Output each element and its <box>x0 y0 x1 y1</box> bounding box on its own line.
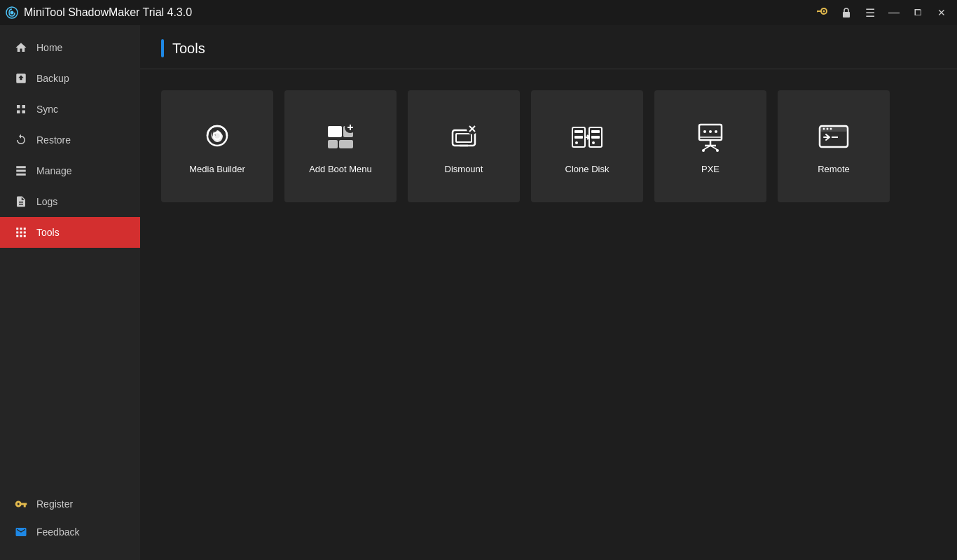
restore-button[interactable]: ⧠ <box>908 3 928 22</box>
minimize-button[interactable]: — <box>884 3 904 22</box>
clone-disk-icon <box>569 119 605 155</box>
content-area: Tools Media Builder <box>140 25 957 560</box>
add-boot-menu-icon <box>322 119 359 155</box>
svg-point-21 <box>575 141 578 144</box>
sidebar-item-manage[interactable]: Manage <box>0 155 140 186</box>
svg-point-33 <box>716 149 719 152</box>
restore-icon <box>14 133 28 147</box>
tool-card-remote[interactable]: Remote <box>778 90 890 202</box>
tool-card-dismount[interactable]: Dismount <box>408 90 520 202</box>
register-icon <box>14 497 28 511</box>
pxe-icon <box>692 119 729 155</box>
sidebar-item-logs[interactable]: Logs <box>0 186 140 217</box>
tool-card-pxe[interactable]: PXE <box>654 90 766 202</box>
svg-point-35 <box>709 130 712 133</box>
tool-card-media-builder[interactable]: Media Builder <box>161 90 273 202</box>
logs-icon <box>14 195 28 209</box>
remote-label: Remote <box>818 164 850 174</box>
home-icon <box>14 41 28 55</box>
media-builder-label: Media Builder <box>189 164 245 174</box>
tools-grid: Media Builder Add Boot Men <box>140 76 957 216</box>
svg-rect-20 <box>574 136 583 139</box>
media-builder-icon <box>199 119 235 155</box>
svg-point-25 <box>592 141 595 144</box>
pxe-label: PXE <box>701 164 720 174</box>
sidebar-item-tools[interactable]: Tools <box>0 217 140 248</box>
svg-rect-2 <box>843 12 850 18</box>
svg-rect-13 <box>456 134 471 142</box>
page-title: Tools <box>172 41 205 57</box>
clone-disk-label: Clone Disk <box>565 164 610 174</box>
svg-rect-5 <box>328 126 342 137</box>
app-title: MiniTool ShadowMaker Trial 4.3.0 <box>24 6 192 19</box>
backup-icon <box>14 71 28 85</box>
dismount-icon <box>446 119 482 155</box>
svg-point-39 <box>823 127 825 130</box>
header-accent <box>161 39 164 57</box>
dismount-label: Dismount <box>445 164 483 174</box>
svg-rect-19 <box>574 130 583 133</box>
key-icon[interactable] <box>813 3 832 22</box>
tool-card-clone-disk[interactable]: Clone Disk <box>531 90 643 202</box>
sidebar-item-register[interactable]: Register <box>0 490 140 518</box>
app-logo-icon <box>6 6 18 19</box>
add-boot-menu-label: Add Boot Menu <box>309 164 372 174</box>
svg-point-32 <box>702 149 705 152</box>
sidebar-item-sync[interactable]: Sync <box>0 94 140 125</box>
svg-point-1 <box>11 11 14 15</box>
sidebar-item-backup[interactable]: Backup <box>0 63 140 94</box>
hamburger-menu-icon[interactable]: ☰ <box>860 3 880 22</box>
svg-rect-23 <box>591 130 600 133</box>
titlebar: MiniTool ShadowMaker Trial 4.3.0 ☰ — ⧠ ✕ <box>0 0 957 25</box>
sidebar: Home Backup Sync Restore Manage <box>0 25 140 560</box>
svg-rect-7 <box>328 140 338 148</box>
sidebar-item-home[interactable]: Home <box>0 32 140 63</box>
svg-point-40 <box>827 127 829 130</box>
svg-point-36 <box>715 130 717 133</box>
sidebar-item-restore[interactable]: Restore <box>0 125 140 155</box>
page-header: Tools <box>140 25 957 69</box>
close-button[interactable]: ✕ <box>932 3 951 22</box>
svg-point-41 <box>830 127 832 130</box>
sidebar-item-feedback[interactable]: Feedback <box>0 518 140 546</box>
svg-rect-8 <box>339 140 353 148</box>
svg-point-34 <box>703 130 706 133</box>
sync-icon <box>14 102 28 116</box>
lock-icon[interactable] <box>836 3 856 22</box>
svg-rect-24 <box>591 136 600 139</box>
main-layout: Home Backup Sync Restore Manage <box>0 25 957 560</box>
titlebar-left: MiniTool ShadowMaker Trial 4.3.0 <box>6 6 192 19</box>
remote-icon <box>815 119 852 155</box>
feedback-icon <box>14 525 28 539</box>
tool-card-add-boot-menu[interactable]: Add Boot Menu <box>284 90 397 202</box>
tools-icon <box>14 225 28 239</box>
sidebar-bottom: Register Feedback <box>0 490 140 560</box>
manage-icon <box>14 164 28 178</box>
